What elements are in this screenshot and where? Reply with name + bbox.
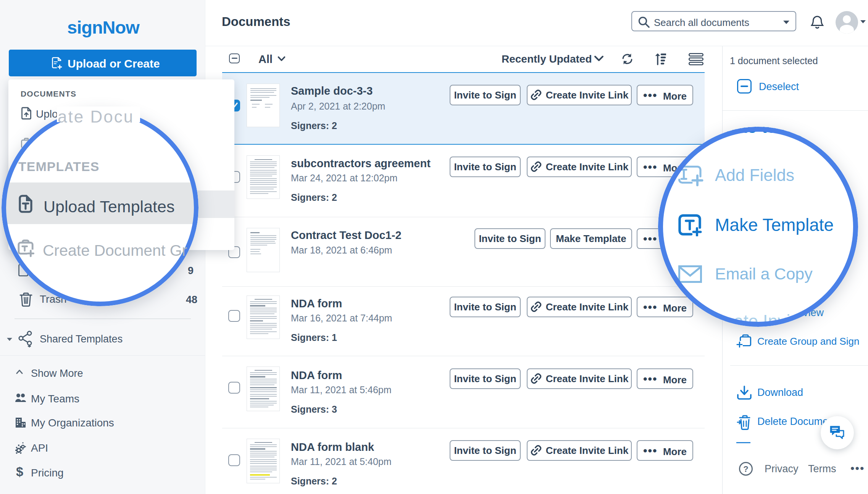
svg-text:?: ? bbox=[743, 464, 748, 474]
